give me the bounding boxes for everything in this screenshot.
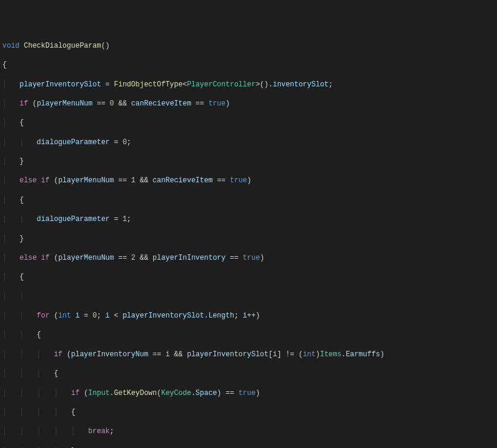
code-line: │ │ │ if (playerInventoryNum == i && pla… [2, 350, 495, 359]
code-line: │ { [2, 272, 495, 282]
code-line: │ { [2, 195, 495, 205]
code-line: │ { [2, 118, 495, 127]
code-line: { [2, 60, 495, 70]
code-line: │ │ dialogueParameter = 0; [2, 138, 495, 147]
code-line: │ else if (playerMenuNum == 1 && canReci… [2, 176, 495, 185]
code-line: │ } [2, 157, 495, 166]
code-line: │ │ dialogueParameter = 1; [2, 214, 495, 224]
code-line: │ │ │ { [2, 369, 495, 378]
code-line: │ │ { [2, 330, 495, 340]
code-line: │ │ │ │ } [2, 446, 495, 448]
code-line: │ │ [2, 292, 495, 301]
code-line: │ │ │ │ if (Input.GetKeyDown(KeyCode.Spa… [2, 388, 495, 398]
code-line: │ } [2, 234, 495, 244]
code-line: │ │ │ │ │ break; [2, 427, 495, 436]
code-line: │ if (playerMenuNum == 0 && canRecieveIt… [2, 99, 495, 108]
code-line: │ else if (playerMenuNum == 2 && playerI… [2, 253, 495, 263]
code-editor[interactable]: void CheckDialogueParam() { │ playerInve… [2, 41, 495, 448]
code-line: │ │ for (int i = 0; i < playerInventoryS… [2, 311, 495, 321]
code-line: │ │ │ │ { [2, 407, 495, 417]
code-line: void CheckDialogueParam() [2, 41, 495, 51]
code-line: │ playerInventorySlot = FindObjectOfType… [2, 80, 495, 89]
